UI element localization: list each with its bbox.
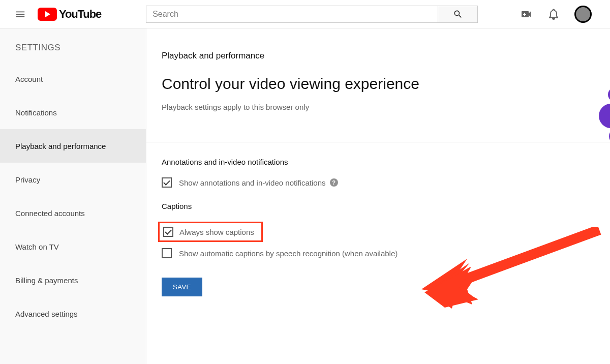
page-subtitle: Playback settings apply to this browser … [162,103,610,111]
search-input[interactable] [146,6,438,23]
notifications-icon[interactable] [547,8,560,21]
search-bar [146,6,478,23]
youtube-logo-text: YouTube [59,8,101,21]
create-video-icon[interactable] [520,8,533,21]
always-show-captions-highlight: Always show captions [158,222,263,242]
auto-captions-checkbox[interactable] [162,248,172,258]
annotations-checkbox[interactable] [162,177,172,188]
sidebar-item-privacy[interactable]: Privacy [0,163,146,196]
sidebar-item-connected-accounts[interactable]: Connected accounts [0,196,146,230]
sidebar-item-label: Connected accounts [15,209,85,218]
search-icon [453,9,463,19]
always-show-captions-checkbox[interactable] [163,227,173,237]
annotations-heading: Annotations and in-video notifications [162,158,610,166]
svg-point-4 [599,104,610,128]
auto-captions-label: Show automatic captions by speech recogn… [179,249,398,258]
sidebar-item-label: Advanced settings [15,310,78,318]
captions-heading: Captions [162,202,610,210]
help-icon[interactable]: ? [330,178,338,187]
youtube-play-icon [38,8,57,21]
sidebar-item-label: Account [15,75,43,83]
sidebar-item-advanced[interactable]: Advanced settings [0,297,146,330]
header-actions [520,6,602,23]
sidebar-item-label: Playback and performance [15,142,106,150]
search-button[interactable] [438,6,478,23]
youtube-logo[interactable]: YouTube [38,8,101,21]
save-button[interactable]: SAVE [162,278,202,296]
sidebar-item-watch-on-tv[interactable]: Watch on TV [0,230,146,263]
main-panel: Playback and performance Control your vi… [146,28,610,364]
decorative-shape [596,85,610,146]
avatar[interactable] [574,6,592,23]
sidebar-item-label: Billing & payments [15,276,78,285]
page-title: Control your video viewing experience [162,75,610,93]
content: SETTINGS Account Notifications Playback … [0,28,610,364]
annotations-checkbox-row: Show annotations and in-video notificati… [162,177,610,188]
sidebar-title: SETTINGS [0,43,146,53]
sidebar-item-label: Notifications [15,108,57,117]
sidebar-item-account[interactable]: Account [0,62,146,96]
sidebar-item-label: Watch on TV [15,242,59,251]
header: YouTube [0,0,610,28]
sidebar-item-playback[interactable]: Playback and performance [0,129,146,163]
svg-point-3 [608,87,610,102]
sidebar-item-billing[interactable]: Billing & payments [0,263,146,297]
annotations-section: Annotations and in-video notifications S… [162,142,610,296]
hamburger-menu-icon[interactable] [10,4,30,24]
annotations-checkbox-label: Show annotations and in-video notificati… [179,178,326,187]
auto-captions-row: Show automatic captions by speech recogn… [162,248,610,258]
section-label: Playback and performance [162,51,610,61]
sidebar-item-label: Privacy [15,175,40,184]
sidebar-item-notifications[interactable]: Notifications [0,96,146,129]
always-show-captions-label: Always show captions [179,228,254,236]
settings-sidebar: SETTINGS Account Notifications Playback … [0,28,146,364]
